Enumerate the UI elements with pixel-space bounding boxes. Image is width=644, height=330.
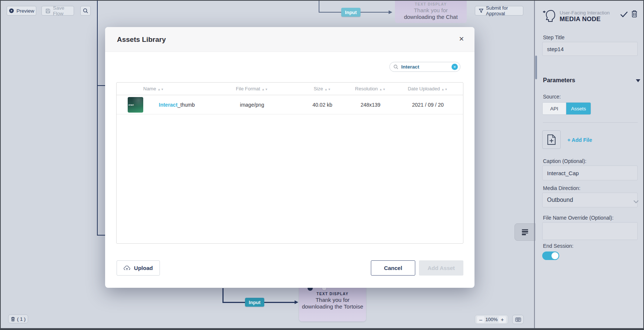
assets-table-header: Name▲▼ File Format▲▼ Size▲▼ Resolution▲▼… [117,83,463,95]
parameters-heading: Parameters [543,77,575,84]
end-session-toggle[interactable] [542,251,559,260]
file-plus-icon [547,134,556,145]
upload-label: Upload [134,265,153,271]
media-direction-select[interactable]: Outbound [542,193,638,207]
node-text-line: Thank you for [299,297,366,303]
asset-name-rest: _thumb [178,102,195,108]
cancel-button[interactable]: Cancel [371,260,415,276]
source-label: Source: [543,94,561,100]
connector-main-vertical [97,0,98,236]
node-kind-label: User-Facing Interaction [560,10,610,16]
trash-icon [11,317,15,321]
funnel-icon [479,9,483,13]
zoom-level: 100% [485,317,497,322]
submit-label: Submit for Approval [486,5,519,16]
sort-icons[interactable]: ▲▼ [379,88,386,91]
submit-for-approval-button[interactable]: Submit for Approval [475,6,523,16]
search-icon [393,64,398,69]
sidebar-scrollbar-thumb[interactable] [535,56,537,79]
trash-count-label: ( 1 ) [17,316,26,322]
asset-search-input[interactable] [400,64,452,70]
keyboard-icon [515,317,521,322]
close-icon[interactable]: ✕ [459,35,464,43]
media-direction-label: Media Direction: [543,185,580,191]
align-left-icon [522,229,528,236]
save-icon [46,9,50,13]
check-icon[interactable] [620,11,628,19]
input-badge-top[interactable]: Input [341,8,360,17]
zoom-control: – 100% + [475,315,508,324]
keyboard-shortcuts-button[interactable] [512,315,524,324]
asset-name[interactable]: Interact_thumb [143,102,208,108]
node-text-line: downloading the Tortoise [299,303,366,310]
section-divider [543,122,638,123]
connector-bottom-vertical [222,288,224,303]
asset-thumbnail: eract [128,97,143,113]
asset-name-highlight: Interact [159,102,178,108]
sidebar-divider [534,0,535,330]
upload-button[interactable]: Upload [117,260,160,276]
sort-icons[interactable]: ▲▼ [441,88,448,91]
canvas-search-button[interactable] [80,6,91,16]
assets-library-modal: Assets Library ✕ ✕ Name▲▼ File Format▲▼ … [105,27,474,288]
sort-icons[interactable]: ▲▼ [158,88,164,91]
node-title: MEDIA NODE [560,16,601,23]
end-session-label: End Session: [543,243,574,249]
connector-bottom-arrowhead [295,300,298,304]
zoom-in-button[interactable]: + [499,316,506,323]
panel-collapse-button[interactable] [514,223,536,241]
sort-icons[interactable]: ▲▼ [262,88,268,91]
chevron-down-icon [633,198,639,205]
source-option-assets[interactable]: Assets [566,103,591,114]
node-type-label: TEXT DISPLAY [299,292,366,296]
head-icon [542,9,558,25]
deleted-items-button[interactable]: ( 1 ) [8,314,28,323]
step-title-input[interactable]: step14 [542,42,638,56]
column-header-name[interactable]: Name▲▼ [143,86,208,91]
node-type-label: TEXT DISPLAY [395,2,467,6]
sort-icons[interactable]: ▲▼ [325,88,331,91]
assets-table: Name▲▼ File Format▲▼ Size▲▼ Resolution▲▼… [116,82,463,244]
play-icon [9,8,14,13]
toggle-knob [551,252,559,259]
caption-input[interactable]: Interact_Cap [542,166,638,180]
column-header-size[interactable]: Size▲▼ [296,86,348,91]
node-text-line: Thank you for [395,7,467,14]
asset-search-box: ✕ [389,62,460,72]
asset-size: 40.02 kb [296,102,348,108]
cloud-upload-icon [124,265,130,271]
add-asset-button[interactable]: Add Asset [419,260,463,276]
caption-label: Caption (Optional): [543,158,587,164]
source-segmented-control: API Assets [542,102,591,115]
table-row[interactable]: eract Interact_thumb image/png 40.02 kb … [117,95,463,114]
asset-resolution: 248x139 [348,102,393,108]
search-icon [83,8,88,13]
source-option-api[interactable]: API [543,103,566,114]
collapse-caret-icon[interactable] [636,79,640,82]
step-title-label: Step Title [543,34,564,40]
clear-search-icon[interactable]: ✕ [452,64,458,70]
connector-top-vertical [319,0,319,13]
connector-top-arrowhead [389,10,392,14]
asset-format: image/png [208,102,296,108]
preview-button[interactable]: Preview [7,6,36,16]
file-override-input[interactable] [542,222,638,240]
asset-date: 2021 / 09 / 20 [393,102,463,108]
trash-icon[interactable] [631,10,638,19]
column-header-resolution[interactable]: Resolution▲▼ [348,86,393,91]
node-text-line: downloading the Chat [395,14,467,20]
save-flow-button[interactable]: Save Flow [41,6,74,16]
preview-label: Preview [17,8,34,14]
app-window: Input Input TEXT DISPLAY Thank you for d… [0,0,644,330]
add-file-button[interactable]: + Add File [567,137,592,143]
node-properties-panel: User-Facing Interaction MEDIA NODE Step … [536,0,644,330]
file-override-label: File Name Override (Optional): [543,215,614,221]
column-header-date[interactable]: Date Uploaded▲▼ [393,86,463,91]
input-badge-bottom[interactable]: Input [245,298,264,307]
thumbnail-text: eract [128,104,134,106]
file-preview-box[interactable] [542,130,561,149]
column-header-format[interactable]: File Format▲▼ [208,86,296,91]
zoom-out-button[interactable]: – [477,316,484,323]
modal-title: Assets Library [117,36,166,44]
text-display-node-chat[interactable]: TEXT DISPLAY Thank you for downloading t… [395,0,467,23]
